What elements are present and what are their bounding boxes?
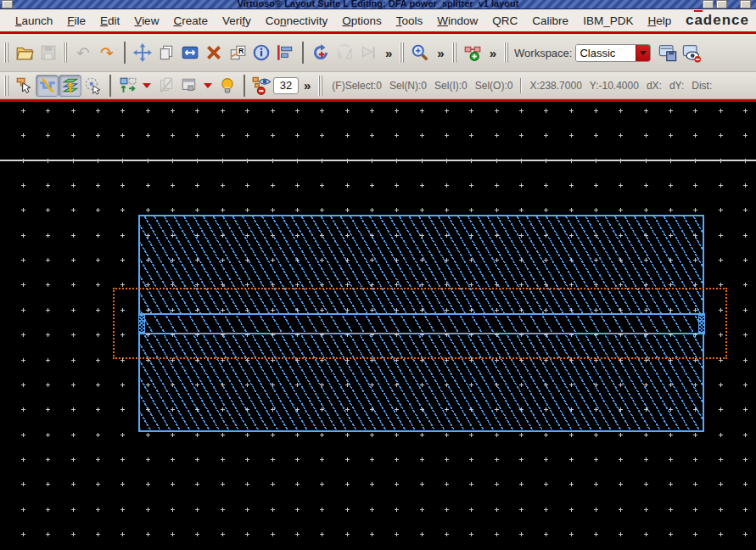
menu-item-file[interactable]: File [67, 14, 86, 27]
grid-dot [245, 210, 249, 210]
grid-dot [21, 360, 25, 361]
toolbar-overflow-button[interactable]: » [437, 46, 444, 60]
grid-dot [743, 360, 748, 361]
pin-marker-left[interactable] [138, 315, 145, 333]
view-fit-level-button[interactable] [116, 75, 139, 97]
toolbar-overflow-button[interactable]: » [385, 46, 392, 60]
menu-bar: LaunchFileEditViewCreateVerifyConnectivi… [0, 9, 756, 31]
area-select-button[interactable] [81, 75, 104, 97]
trace-band-rect[interactable] [138, 313, 705, 334]
window-minimize-button[interactable] [703, 0, 714, 8]
display-stop-level-button[interactable] [250, 75, 273, 97]
grid-dot [594, 110, 598, 111]
grid-dot [46, 310, 50, 311]
pin-marker-right[interactable] [698, 315, 705, 333]
grid-dot [469, 135, 473, 136]
select-mode-button[interactable] [13, 75, 36, 97]
window-menu-button[interactable] [2, 0, 13, 8]
toolbar-overflow-button[interactable]: » [490, 46, 496, 60]
grid-dot [420, 110, 424, 111]
display-level-field[interactable]: 32 [273, 77, 299, 94]
toolbar-overflow-button[interactable]: » [304, 78, 311, 93]
grid-dot [519, 534, 524, 535]
copy-button[interactable] [154, 41, 178, 65]
grid-dot [21, 409, 25, 410]
toolbar-handle[interactable] [4, 42, 10, 63]
undo-button[interactable]: ↶ [71, 41, 95, 65]
toolbar-handle[interactable] [63, 42, 69, 63]
workspace-revert-button[interactable] [680, 41, 703, 65]
create-via-button[interactable] [461, 41, 484, 65]
grid-dot [96, 384, 100, 385]
move-button[interactable] [131, 41, 154, 65]
menu-item-view[interactable]: View [134, 14, 159, 27]
properties-button[interactable]: R [226, 41, 249, 65]
menu-item-window[interactable]: Window [437, 14, 478, 27]
flip-horizontal-button[interactable] [333, 41, 356, 65]
grid-dot [295, 435, 300, 435]
grid-dot [146, 534, 150, 535]
delete-button[interactable] [202, 41, 226, 65]
workspace-save-button[interactable] [656, 41, 680, 65]
grid-dot [420, 185, 424, 186]
zoom-in-button[interactable] [408, 41, 432, 65]
menu-item-calibre[interactable]: Calibre [532, 14, 568, 27]
grid-dot [295, 185, 300, 186]
save-button[interactable] [36, 41, 60, 65]
grid-dot [221, 459, 225, 460]
grid-dot [96, 360, 100, 361]
grid-dot [719, 435, 723, 435]
menu-item-edit[interactable]: Edit [100, 14, 120, 27]
menu-item-verify[interactable]: Verify [222, 14, 251, 27]
save-floppy-icon [39, 43, 58, 62]
align-button[interactable] [273, 41, 297, 65]
stretch-button[interactable] [178, 41, 202, 65]
edit-in-place-button[interactable] [154, 75, 177, 97]
grid-dot [295, 459, 300, 460]
toolbar-handle[interactable] [452, 42, 458, 63]
hierarchy-levels-button[interactable] [59, 75, 81, 97]
grid-dot [245, 110, 249, 111]
chevron-down-icon[interactable] [204, 83, 212, 88]
toolbar-handle[interactable] [4, 76, 10, 96]
flip-vertical-button[interactable] [356, 41, 380, 65]
info-button[interactable] [249, 41, 273, 65]
grid-dot [370, 110, 374, 111]
window-view-button[interactable] [177, 75, 200, 97]
grid-dot [71, 484, 76, 485]
grid-dot [120, 185, 125, 186]
open-button[interactable] [13, 41, 36, 65]
rotate-button[interactable] [309, 41, 333, 65]
menu-item-ibm_pdk[interactable]: IBM_PDK [583, 14, 633, 27]
hilite-button[interactable] [216, 75, 238, 97]
toolbar-handle[interactable] [318, 76, 324, 96]
redo-button[interactable]: ↷ [95, 41, 119, 65]
grid-dot [519, 185, 524, 186]
grid-dot [544, 459, 548, 460]
menu-item-launch[interactable]: Launch [15, 14, 53, 27]
undo-icon: ↶ [76, 45, 90, 61]
menu-item-connectivity[interactable]: Connectivity [266, 14, 328, 27]
grid-dot [743, 135, 748, 136]
window-maximize-button[interactable] [716, 0, 727, 8]
chevron-down-icon[interactable] [143, 83, 151, 88]
menu-item-options[interactable]: Options [342, 14, 382, 27]
grid-dot [445, 185, 449, 186]
menu-item-qrc[interactable]: QRC [492, 14, 518, 27]
workspace-dropdown-button[interactable] [636, 45, 650, 61]
workspace-combobox[interactable]: Classic [575, 44, 651, 62]
toolbar-handle[interactable] [400, 42, 406, 63]
grid-dot [619, 534, 623, 535]
window-close-button[interactable] [740, 0, 751, 8]
grid-dot [71, 409, 76, 410]
menu-item-create[interactable]: Create [173, 14, 208, 27]
toolbar-handle[interactable] [504, 42, 510, 63]
path-select-button[interactable] [36, 75, 59, 97]
grid-dot [96, 334, 100, 335]
menu-item-tools[interactable]: Tools [396, 14, 423, 27]
status-sel-n: Sel(N):0 [389, 80, 427, 92]
menu-item-help[interactable]: Help [647, 14, 671, 27]
grid-dot [445, 459, 449, 460]
layout-canvas[interactable] [0, 102, 756, 550]
grid-dot [495, 210, 499, 210]
